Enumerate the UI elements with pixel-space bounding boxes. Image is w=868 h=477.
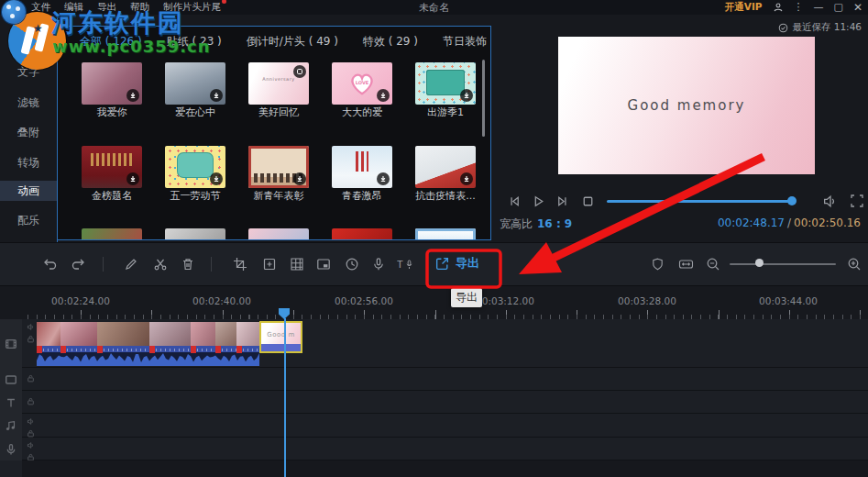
tab-倒计时/片头[interactable]: 倒计时/片头 ( 49 ) <box>247 34 338 50</box>
timeline-clip[interactable] <box>149 322 191 353</box>
sidebar-item-转场[interactable]: 转场 <box>0 152 57 172</box>
track-row-frame[interactable] <box>22 368 868 391</box>
scrollbar[interactable] <box>482 60 485 137</box>
clip-marker <box>149 346 155 353</box>
sidebar: 文字滤镜叠附转场动画配乐 <box>0 15 58 242</box>
download-badge-icon[interactable] <box>126 172 139 185</box>
material-thumb-爱在心中[interactable] <box>165 62 225 105</box>
next-frame-button[interactable] <box>555 194 570 209</box>
material-thumb-出游季1[interactable] <box>415 62 476 105</box>
timeline-clip[interactable] <box>97 322 149 353</box>
fullscreen-icon[interactable] <box>850 194 864 208</box>
sidebar-item-动画[interactable]: 动画 <box>0 181 57 201</box>
maximize-button[interactable]: ▢ <box>834 0 843 15</box>
material-thumb-青春激昂[interactable] <box>332 146 392 188</box>
watermark-shield-icon[interactable] <box>648 255 666 273</box>
pip-icon[interactable] <box>314 255 333 273</box>
tab-节日装饰[interactable]: 节日装饰 ( 33 ) <box>443 34 491 50</box>
material-thumb-我爱你[interactable] <box>82 62 142 105</box>
track-lock-icon[interactable] <box>27 397 35 405</box>
thumb-label: 新青年表彰 <box>242 189 315 203</box>
material-thumb-大大的爱[interactable]: LOVE <box>332 62 392 105</box>
sidebar-item-文字[interactable]: 文字 <box>0 61 57 82</box>
material-thumb-新青年表彰[interactable] <box>248 146 309 188</box>
track-lock-icon[interactable] <box>27 335 35 343</box>
tab-全部[interactable]: 全部 ( 126 ) <box>80 34 142 50</box>
menu-item-2[interactable]: 导出 <box>97 1 116 14</box>
timeline-clip[interactable] <box>60 322 97 353</box>
track-mute-icon[interactable] <box>27 417 35 426</box>
download-badge-icon[interactable] <box>293 172 306 185</box>
material-thumb-金榜题名[interactable] <box>82 146 142 188</box>
audio-waveform[interactable] <box>37 352 259 366</box>
edit-pencil-icon[interactable] <box>122 255 140 273</box>
track-row-text[interactable] <box>22 391 868 414</box>
play-button[interactable] <box>531 194 546 209</box>
material-thumb-row3-1[interactable] <box>165 228 225 240</box>
ruler-label: 00:02:24.00 <box>51 295 110 306</box>
stop-button[interactable] <box>580 194 596 209</box>
download-badge-icon[interactable] <box>126 89 139 102</box>
track-row-mic[interactable] <box>22 438 868 460</box>
text-to-speech-icon[interactable]: T <box>396 255 414 273</box>
previous-frame-button[interactable] <box>507 194 522 209</box>
material-thumb-row3-2[interactable] <box>248 228 309 240</box>
mosaic-icon[interactable] <box>288 255 306 273</box>
preview-player[interactable]: Good memory <box>558 37 815 174</box>
volume-icon[interactable] <box>822 194 838 209</box>
ruler-ticks[interactable] <box>22 310 868 319</box>
ruler-label: 00:03:12.00 <box>476 295 534 306</box>
timeline-zoom-knob[interactable] <box>755 259 764 267</box>
track-lock-icon[interactable] <box>27 429 35 438</box>
material-thumb-美好回忆[interactable]: Anniversary <box>248 62 309 105</box>
track-mute-icon[interactable] <box>27 323 35 331</box>
material-thumb-row3-4[interactable] <box>415 228 476 240</box>
timeline-zoom-slider[interactable] <box>730 263 836 265</box>
clip-marker <box>236 346 242 353</box>
minimize-button[interactable]: — <box>814 0 824 15</box>
duration-clock-icon[interactable] <box>343 255 361 273</box>
sidebar-item-叠附[interactable]: 叠附 <box>0 122 57 142</box>
record-mic-icon[interactable] <box>369 255 388 273</box>
menu-item-0[interactable]: 文件 <box>31 1 50 14</box>
more-menu-icon[interactable]: ⋮ <box>794 0 804 15</box>
download-badge-icon[interactable] <box>377 89 390 102</box>
download-badge-icon[interactable] <box>460 172 473 185</box>
selected-clip[interactable]: Good m <box>259 321 302 353</box>
interval-select-icon[interactable] <box>260 255 279 273</box>
material-thumb-五一劳动节[interactable] <box>165 146 225 188</box>
menu-item-4[interactable]: 制作片头片尾 <box>163 1 221 14</box>
tab-贴纸[interactable]: 贴纸 ( 23 ) <box>167 34 222 50</box>
zoom-out-icon[interactable] <box>704 255 722 273</box>
material-thumb-抗击疫情表...[interactable] <box>415 146 476 188</box>
delete-trash-icon[interactable] <box>179 255 197 273</box>
seek-bar[interactable] <box>607 200 796 203</box>
export-button[interactable]: 导出 <box>434 255 479 272</box>
close-button[interactable]: ✕ <box>853 0 863 15</box>
account-icon[interactable] <box>773 2 784 13</box>
download-badge-icon[interactable] <box>460 89 473 102</box>
download-badge-icon[interactable] <box>210 172 223 185</box>
applied-badge-icon[interactable] <box>293 65 306 78</box>
download-badge-icon[interactable] <box>210 89 223 102</box>
sidebar-item-配乐[interactable]: 配乐 <box>0 210 57 230</box>
track-mute-icon[interactable] <box>27 441 35 449</box>
zoom-in-icon[interactable] <box>845 255 863 273</box>
seek-knob[interactable] <box>787 196 797 205</box>
undo-icon[interactable] <box>41 255 60 273</box>
tab-特效[interactable]: 特效 ( 29 ) <box>363 34 418 50</box>
material-thumb-row3-0[interactable] <box>82 228 142 240</box>
menu-item-3[interactable]: 帮助 <box>130 1 149 14</box>
track-row-note[interactable] <box>22 414 868 438</box>
split-scissors-icon[interactable] <box>151 255 170 273</box>
fit-timeline-icon[interactable] <box>676 255 695 273</box>
playhead-line[interactable] <box>284 318 286 477</box>
redo-icon[interactable] <box>69 255 87 273</box>
download-badge-icon[interactable] <box>377 172 390 185</box>
sidebar-item-滤镜[interactable]: 滤镜 <box>0 93 57 113</box>
vip-upgrade-button[interactable]: 开通VIP <box>725 1 763 14</box>
menu-item-1[interactable]: 编辑 <box>64 1 83 14</box>
track-lock-icon[interactable] <box>27 374 35 383</box>
crop-icon[interactable] <box>231 255 249 273</box>
material-thumb-row3-3[interactable] <box>332 228 392 240</box>
